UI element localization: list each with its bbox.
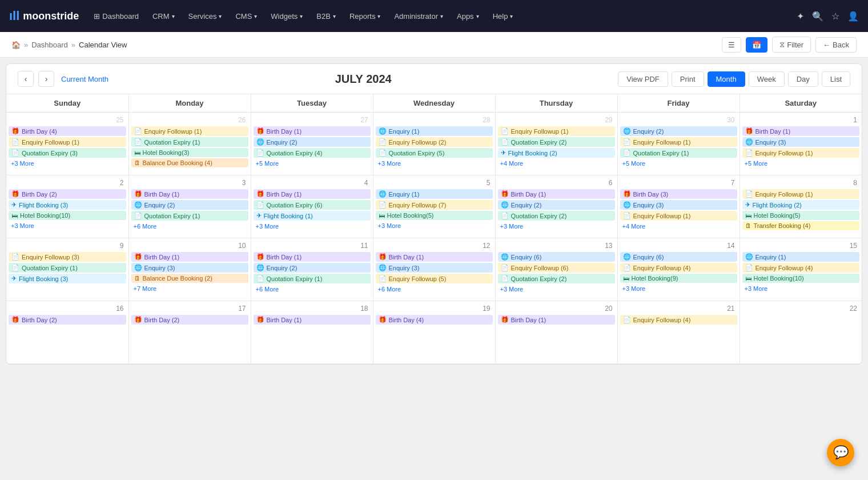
calendar-event[interactable]: 🛏Hotel Booking(5)	[742, 211, 860, 220]
breadcrumb-dashboard[interactable]: Dashboard	[31, 41, 68, 49]
calendar-event[interactable]: 📄Quotation Expiry (2)	[498, 137, 615, 147]
current-month-button[interactable]: Current Month	[61, 75, 108, 83]
calendar-event[interactable]: 🌐Enquiry (2)	[254, 137, 371, 147]
calendar-event[interactable]: 📄Enquiry Followup (6)	[498, 263, 615, 273]
calendar-event[interactable]: 📄Enquiry Followup (1)	[742, 148, 860, 158]
calendar-event[interactable]: 📄Enquiry Followup (1)	[9, 137, 126, 147]
calendar-event[interactable]: 🎁Birth Day (1)	[131, 189, 248, 199]
calendar-day[interactable]: 25🎁Birth Day (4)📄Enquiry Followup (1)📄Qu…	[6, 113, 128, 175]
more-events-link[interactable]: +4 More	[620, 222, 737, 231]
calendar-day[interactable]: 30🌐Enquiry (2)📄Enquiry Followup (1)📄Quot…	[617, 113, 740, 175]
view-week-button[interactable]: Week	[749, 71, 785, 87]
calendar-day[interactable]: 21📄Enquiry Followup (4)	[617, 301, 740, 364]
calendar-event[interactable]: 🌐Enquiry (2)	[620, 126, 737, 136]
calendar-event[interactable]: 🌐Enquiry (2)	[131, 200, 248, 210]
calendar-event[interactable]: 🗓Balance Due Booking (4)	[131, 158, 248, 167]
calendar-event[interactable]: 📄Enquiry Followup (1)	[620, 211, 737, 221]
more-events-link[interactable]: +3 More	[9, 159, 126, 168]
back-button[interactable]: ← Back	[815, 37, 857, 53]
ai-icon[interactable]: ✦	[797, 11, 804, 22]
calendar-day[interactable]: 28🌐Enquiry (1)📄Enquiry Followup (2)📄Quot…	[373, 113, 495, 175]
calendar-event[interactable]: 📄Enquiry Followup (1)	[498, 126, 615, 136]
user-icon[interactable]: 👤	[847, 11, 859, 22]
calendar-event[interactable]: 🛏Hotel Booking(9)	[620, 274, 737, 283]
next-month-button[interactable]: ›	[38, 71, 54, 87]
more-events-link[interactable]: +6 More	[131, 222, 248, 231]
calendar-day[interactable]: 3🎁Birth Day (1)🌐Enquiry (2)📄Quotation Ex…	[128, 175, 251, 238]
calendar-event[interactable]: 📄Quotation Expiry (3)	[9, 148, 126, 158]
calendar-event[interactable]: ✈Flight Booking (2)	[742, 200, 860, 210]
calendar-event[interactable]: 🎁Birth Day (4)	[9, 126, 126, 136]
calendar-event[interactable]: 📄Quotation Expiry (1)	[131, 211, 248, 221]
calendar-event[interactable]: 📄Quotation Expiry (2)	[498, 274, 615, 283]
calendar-day[interactable]: 27🎁Birth Day (1)🌐Enquiry (2)📄Quotation E…	[251, 113, 373, 175]
calendar-event[interactable]: 📄Enquiry Followup (4)	[742, 263, 860, 273]
calendar-event[interactable]: 🎁Birth Day (2)	[9, 189, 126, 199]
calendar-event[interactable]: 📄Enquiry Followup (4)	[620, 315, 737, 325]
more-events-link[interactable]: +3 More	[254, 222, 371, 231]
home-icon[interactable]: 🏠	[11, 41, 21, 49]
calendar-event[interactable]: 🌐Enquiry (3)	[131, 263, 248, 273]
calendar-event[interactable]: 🎁Birth Day (4)	[376, 315, 493, 325]
brand-logo[interactable]: ıll moonstride	[9, 9, 79, 23]
calendar-event[interactable]: 🎁Birth Day (1)	[131, 252, 248, 262]
more-events-link[interactable]: +6 More	[254, 285, 371, 294]
calendar-day[interactable]: 13🌐Enquiry (6)📄Enquiry Followup (6)📄Quot…	[495, 238, 617, 301]
calendar-event[interactable]: 📄Enquiry Followup (1)	[742, 189, 860, 199]
calendar-event[interactable]: 📄Enquiry Followup (3)	[9, 252, 126, 262]
calendar-event[interactable]: 📄Quotation Expiry (1)	[620, 148, 737, 158]
more-events-link[interactable]: +6 More	[376, 285, 493, 294]
more-events-link[interactable]: +3 More	[376, 221, 493, 230]
calendar-day[interactable]: 14🌐Enquiry (6)📄Enquiry Followup (4)🛏Hote…	[617, 238, 740, 301]
calendar-event[interactable]: 🌐Enquiry (3)	[376, 263, 493, 273]
more-events-link[interactable]: +3 More	[620, 284, 737, 293]
calendar-event[interactable]: 📄Enquiry Followup (4)	[620, 263, 737, 273]
calendar-event[interactable]: 📄Enquiry Followup (5)	[376, 274, 493, 283]
view-pdf-button[interactable]: View PDF	[618, 71, 668, 87]
more-events-link[interactable]: +5 More	[742, 159, 860, 168]
calendar-day[interactable]: 1🎁Birth Day (1)🌐Enquiry (3)📄Enquiry Foll…	[740, 113, 862, 175]
calendar-day[interactable]: 20🎁Birth Day (1)	[495, 301, 617, 364]
calendar-day[interactable]: 5🌐Enquiry (1)📄Enquiry Followup (7)🛏Hotel…	[373, 175, 495, 238]
calendar-day[interactable]: 7🎁Birth Day (3)🌐Enquiry (3)📄Enquiry Foll…	[617, 175, 740, 238]
calendar-event[interactable]: 📄Quotation Expiry (1)	[254, 274, 371, 283]
calendar-event[interactable]: 🎁Birth Day (1)	[742, 126, 860, 136]
calendar-event[interactable]: ✈Flight Booking (3)	[9, 200, 126, 210]
more-events-link[interactable]: +5 More	[254, 159, 371, 168]
nav-reports[interactable]: Reports ▾	[344, 9, 387, 24]
calendar-day[interactable]: 22	[740, 301, 862, 364]
calendar-event[interactable]: 🛏Hotel Booking(5)	[376, 211, 493, 220]
calendar-day[interactable]: 11🎁Birth Day (1)🌐Enquiry (2)📄Quotation E…	[251, 238, 373, 301]
calendar-event[interactable]: 🎁Birth Day (1)	[254, 315, 371, 325]
calendar-event[interactable]: 🌐Enquiry (1)	[376, 126, 493, 136]
calendar-event[interactable]: 📄Quotation Expiry (1)	[131, 137, 248, 147]
print-button[interactable]: Print	[672, 71, 704, 87]
nav-administrator[interactable]: Administrator ▾	[388, 9, 449, 24]
nav-widgets[interactable]: Widgets ▾	[265, 9, 308, 24]
calendar-event[interactable]: 📄Quotation Expiry (5)	[376, 148, 493, 158]
more-events-link[interactable]: +4 More	[498, 159, 615, 168]
calendar-event[interactable]: 🎁Birth Day (2)	[131, 315, 248, 325]
view-day-button[interactable]: Day	[788, 71, 818, 87]
more-events-link[interactable]: +3 More	[9, 221, 126, 230]
calendar-event[interactable]: 🌐Enquiry (6)	[498, 252, 615, 262]
more-events-link[interactable]: +3 More	[742, 284, 860, 293]
nav-dashboard[interactable]: ⊞ Dashboard	[88, 9, 144, 24]
calendar-event[interactable]: 🎁Birth Day (1)	[254, 189, 371, 199]
calendar-day[interactable]: 19🎁Birth Day (4)	[373, 301, 495, 364]
calendar-event[interactable]: 🎁Birth Day (1)	[498, 189, 615, 199]
calendar-day[interactable]: 16🎁Birth Day (2)	[6, 301, 128, 364]
nav-services[interactable]: Services ▾	[183, 9, 228, 24]
view-list-button[interactable]: List	[822, 71, 850, 87]
prev-month-button[interactable]: ‹	[18, 71, 34, 87]
calendar-event[interactable]: 📄Enquiry Followup (2)	[376, 137, 493, 147]
calendar-event[interactable]: 📄Enquiry Followup (7)	[376, 200, 493, 210]
calendar-event[interactable]: 🎁Birth Day (1)	[498, 315, 615, 325]
calendar-day[interactable]: 29📄Enquiry Followup (1)📄Quotation Expiry…	[495, 113, 617, 175]
calendar-event[interactable]: 🎁Birth Day (1)	[254, 126, 371, 136]
calendar-event[interactable]: 📄Quotation Expiry (2)	[498, 211, 615, 221]
calendar-event[interactable]: ✈Flight Booking (3)	[9, 274, 126, 283]
calendar-event[interactable]: 🎁Birth Day (3)	[620, 189, 737, 199]
more-events-link[interactable]: +7 More	[131, 284, 248, 293]
nav-b2b[interactable]: B2B ▾	[311, 9, 341, 24]
